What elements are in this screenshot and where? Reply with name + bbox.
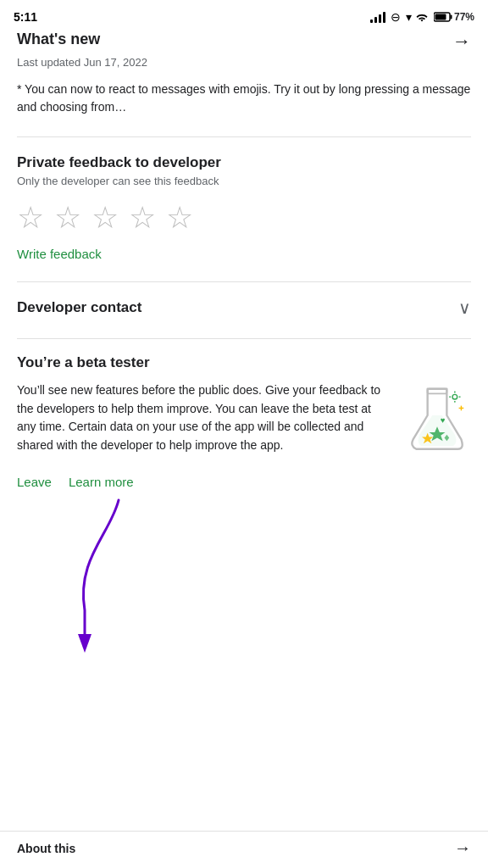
star-4[interactable]: ☆ [129,203,156,233]
svg-rect-1 [450,15,452,19]
bottom-bar: About this → [0,831,488,868]
developer-contact-row[interactable]: Developer contact ∨ [17,298,471,318]
divider-3 [17,338,471,339]
whats-new-title: What's new [17,31,100,48]
chevron-down-icon: ∨ [458,298,471,318]
svg-rect-3 [428,389,447,394]
svg-rect-2 [435,14,446,20]
learn-more-link[interactable]: Learn more [69,475,134,489]
star-2[interactable]: ☆ [54,203,81,233]
divider-2 [17,281,471,282]
wifi-icon: ▾ [406,10,429,24]
battery-text: 77% [454,11,474,23]
svg-point-8 [452,394,458,399]
status-icons: ⊖ ▾ 77% [370,10,474,24]
star-1[interactable]: ☆ [17,203,44,233]
dnd-icon: ⊖ [391,10,401,24]
svg-text:♥: ♥ [441,415,446,425]
beta-tester-actions: Leave Learn more [17,475,471,489]
svg-marker-15 [78,634,92,653]
developer-contact-label: Developer contact [17,299,141,316]
status-bar: 5:11 ⊖ ▾ 77% [0,0,488,31]
whats-new-header: What's new → [17,31,471,53]
status-time: 5:11 [14,10,37,24]
feedback-subtitle: Only the developer can see this feedback [17,175,471,187]
whats-new-arrow[interactable]: → [452,31,471,53]
write-feedback-link[interactable]: Write feedback [17,247,102,261]
main-content: What's new → Last updated Jun 17, 2022 *… [0,31,488,489]
star-3[interactable]: ☆ [92,203,119,233]
divider-1 [17,136,471,137]
beta-tester-description: You’ll see new features before the publi… [17,381,393,461]
flask-illustration: ♥ [403,385,471,461]
stars-row: ☆ ☆ ☆ ☆ ☆ [17,203,471,233]
beta-tester-content: You’ll see new features before the publi… [17,381,471,461]
about-this-label: About this [17,842,75,855]
leave-beta-link[interactable]: Leave [17,475,52,489]
signal-icon [370,11,385,23]
feedback-title: Private feedback to developer [17,154,471,171]
beta-tester-title: You’re a beta tester [17,354,471,371]
purple-annotation-arrow [51,492,152,661]
bottom-arrow-icon[interactable]: → [454,838,471,858]
battery-icon: 77% [434,11,474,23]
star-5[interactable]: ☆ [166,203,193,233]
last-updated: Last updated Jun 17, 2022 [17,56,471,69]
whats-new-description: * You can now to react to messages with … [17,81,471,116]
